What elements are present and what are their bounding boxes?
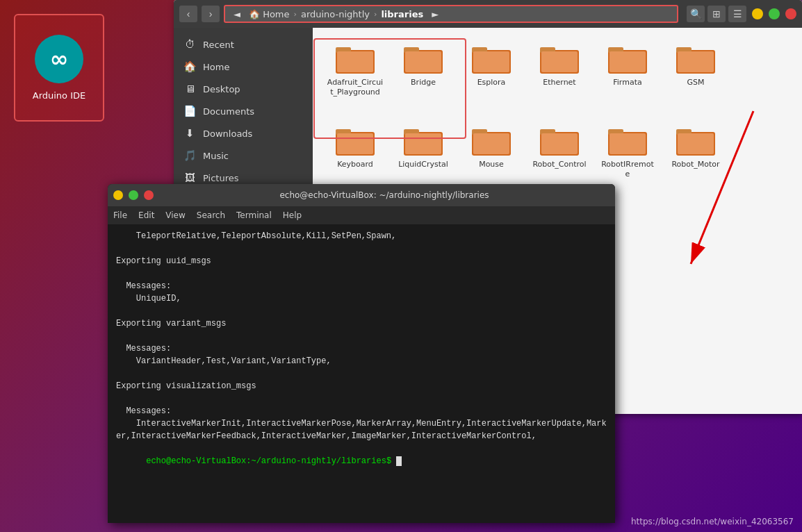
desktop-icon: 🖥: [183, 83, 196, 95]
term-line-8: Exporting variant_msgs: [116, 317, 607, 330]
fm-forward-button[interactable]: ›: [202, 6, 220, 22]
sidebar-item-desktop[interactable]: 🖥 Desktop: [174, 78, 313, 100]
term-menu-view[interactable]: View: [165, 210, 185, 220]
sidebar-item-recent[interactable]: ⏱ Recent: [174, 33, 313, 56]
folder-esplora-icon: [470, 42, 512, 75]
term-line-3: Exporting uuid_msgs: [116, 255, 607, 267]
fm-search-button[interactable]: 🔍: [687, 6, 705, 22]
folder-ethernet-icon: [539, 42, 580, 75]
term-prompt-line: echo@echo-VirtualBox:~/arduino-nightly/l…: [116, 442, 607, 480]
downloads-icon: ⬇: [183, 127, 196, 140]
term-title-label: echo@echo-VirtualBox: ~/arduino-nightly/…: [159, 190, 609, 200]
term-minimize-button[interactable]: [113, 190, 123, 200]
folder-robot-motor[interactable]: Robot_Motor: [664, 121, 727, 197]
folder-ethernet-label: Ethernet: [543, 78, 575, 88]
term-titlebar: echo@echo-VirtualBox: ~/arduino-nightly/…: [108, 184, 615, 206]
term-menu-file[interactable]: File: [113, 210, 127, 220]
folder-robotirremote-label: RobotIRremote: [599, 160, 656, 180]
term-menu-edit[interactable]: Edit: [138, 210, 154, 220]
folder-mouse-icon: [470, 124, 512, 157]
sidebar-downloads-label: Downloads: [203, 128, 252, 139]
sidebar-item-documents[interactable]: 📄 Documents: [174, 100, 313, 122]
arduino-ide-icon-box[interactable]: ∞ Arduino IDE: [14, 14, 104, 122]
fm-titlebar: ‹ › ◄ 🏠 Home › arduino-nightly › librari…: [174, 0, 802, 28]
folder-liquidcrystal-icon: [402, 124, 444, 157]
sidebar-item-home[interactable]: 🏠 Home: [174, 56, 313, 78]
sidebar-item-downloads[interactable]: ⬇ Downloads: [174, 122, 313, 144]
folder-firmata-icon: [607, 42, 648, 75]
fm-maximize-button[interactable]: [769, 8, 780, 19]
breadcrumb-libraries[interactable]: libraries: [377, 9, 427, 19]
term-menu-search[interactable]: Search: [197, 210, 225, 220]
watermark: https://blog.csdn.net/weixin_42063567: [631, 517, 794, 526]
folder-robot-control-icon: [539, 124, 580, 157]
arduino-symbol: ∞: [50, 46, 69, 72]
recent-icon: ⏱: [183, 38, 196, 51]
sidebar-documents-label: Documents: [203, 106, 254, 117]
pictures-icon: 🖼: [183, 172, 196, 184]
arduino-ide-label: Arduino IDE: [33, 90, 86, 101]
folder-robot-motor-label: Robot_Motor: [671, 160, 719, 169]
folder-firmata[interactable]: Firmata: [596, 39, 659, 115]
svg-rect-32: [609, 133, 646, 154]
folder-bridge-icon: [402, 42, 444, 75]
sidebar-music-label: Music: [203, 151, 229, 161]
fm-close-button[interactable]: [785, 8, 796, 19]
folder-liquidcrystal-label: LiquidCrystal: [398, 160, 448, 169]
term-line-7: [116, 305, 607, 317]
fm-view-button[interactable]: ⊞: [707, 6, 726, 22]
folder-firmata-label: Firmata: [613, 78, 641, 88]
sidebar-recent-label: Recent: [203, 40, 234, 50]
fm-back-button[interactable]: ‹: [179, 6, 197, 22]
svg-rect-35: [678, 133, 714, 154]
folder-adafruit-label: Adafruit_Circuit_Playground: [327, 78, 384, 98]
term-menubar: File Edit View Search Terminal Help: [108, 206, 615, 224]
term-line-10: Messages:: [116, 342, 607, 355]
term-line-11: VariantHeader,Test,Variant,VariantType,: [116, 355, 607, 367]
term-line-14: [116, 392, 607, 405]
term-menu-help[interactable]: Help: [283, 210, 302, 220]
svg-rect-2: [337, 51, 373, 72]
folder-adafruit-icon: [334, 42, 376, 75]
folder-gsm-label: GSM: [687, 78, 705, 88]
svg-rect-8: [473, 51, 509, 72]
folder-keyboard-icon: [334, 124, 376, 157]
term-content[interactable]: TeleportRelative,TeleportAbsolute,Kill,S…: [108, 224, 615, 523]
term-line-4: [116, 267, 607, 280]
arduino-logo: ∞: [35, 35, 83, 83]
sidebar-item-music[interactable]: 🎵 Music: [174, 144, 313, 167]
svg-rect-5: [405, 51, 441, 72]
fm-toolbar-right: 🔍 ⊞ ☰: [687, 6, 746, 22]
fm-menu-button[interactable]: ☰: [728, 6, 746, 22]
folder-esplora[interactable]: Esplora: [460, 39, 523, 115]
folder-ethernet[interactable]: Ethernet: [528, 39, 591, 115]
term-line-9: [116, 330, 607, 342]
svg-rect-14: [609, 51, 646, 72]
term-line-13: Exporting visualization_msgs: [116, 380, 607, 392]
breadcrumb-arduino[interactable]: arduino-nightly: [297, 9, 374, 19]
svg-rect-20: [337, 133, 373, 154]
sidebar-desktop-label: Desktop: [203, 84, 240, 94]
fm-minimize-button[interactable]: [752, 8, 763, 19]
folder-keyboard-label: Keyboard: [337, 160, 373, 169]
term-close-button[interactable]: [144, 190, 154, 200]
folder-bridge[interactable]: Bridge: [392, 39, 455, 115]
folder-mouse-label: Mouse: [479, 160, 504, 169]
term-line-6: UniqueID,: [116, 292, 607, 305]
term-maximize-button[interactable]: [129, 190, 138, 200]
breadcrumb-nav-left[interactable]: ◄: [229, 9, 245, 19]
svg-rect-26: [473, 133, 509, 154]
documents-icon: 📄: [183, 105, 196, 117]
folder-gsm[interactable]: GSM: [664, 39, 727, 115]
breadcrumb-nav-right[interactable]: ►: [427, 9, 443, 19]
folder-robot-control-label: Robot_Control: [532, 160, 586, 169]
folder-adafruit[interactable]: Adafruit_Circuit_Playground: [324, 39, 386, 115]
term-line-2: [116, 242, 607, 255]
folder-robot-motor-icon: [675, 124, 717, 157]
svg-rect-29: [541, 133, 578, 154]
folder-bridge-label: Bridge: [411, 78, 436, 88]
breadcrumb-home[interactable]: 🏠 Home: [245, 9, 294, 19]
term-line-5: Messages:: [116, 280, 607, 292]
term-menu-terminal[interactable]: Terminal: [236, 210, 272, 220]
svg-rect-17: [678, 51, 714, 72]
